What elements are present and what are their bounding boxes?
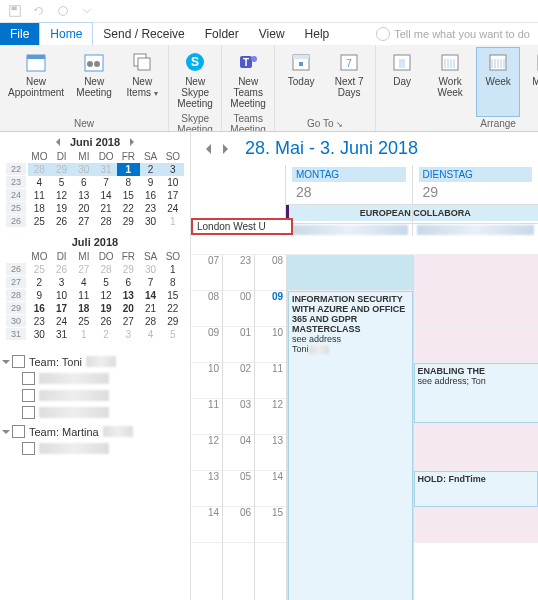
tz-col-2: 2300010203040506 (223, 255, 255, 600)
group-label: Go To ↘ (279, 117, 371, 131)
svg-rect-31 (500, 59, 502, 68)
new-items-button[interactable]: NewItems ▾ (120, 47, 164, 117)
redacted (39, 373, 109, 384)
day-header-tue[interactable]: DIENSTAG29 (412, 165, 539, 204)
ribbon-tabs: File Home Send / Receive Folder View Hel… (0, 23, 538, 45)
expand-icon (2, 360, 10, 364)
new-appointment-button[interactable]: NewAppointment (4, 47, 68, 117)
redacted (39, 443, 109, 454)
month-title: Juni 2018 (70, 136, 120, 148)
checkbox[interactable] (22, 372, 35, 385)
list-item[interactable] (4, 370, 186, 387)
allday-cell[interactable]: EUROPEAN COLLABORA (285, 205, 412, 223)
mini-calendar-table[interactable]: MODIMIDOFRSASO22282930311232345678910241… (6, 150, 184, 228)
calendar-list: Team: Toni Team: Martina (0, 345, 190, 600)
group-label: Skype Meeting (173, 112, 217, 132)
event-info-security[interactable]: INFORMATION SECURITY WITH AZURE AND OFFI… (288, 291, 413, 600)
redacted (86, 356, 116, 367)
svg-rect-30 (497, 59, 499, 68)
svg-rect-9 (138, 58, 150, 70)
new-teams-meeting-button[interactable]: TNew TeamsMeeting (226, 47, 270, 112)
tab-file[interactable]: File (0, 23, 39, 45)
next-month-icon[interactable] (130, 138, 138, 146)
date-navigator: 28. Mai - 3. Juni 2018 (191, 132, 538, 165)
team-toni-header[interactable]: Team: Toni (4, 355, 186, 368)
today-button[interactable]: Today (279, 47, 323, 117)
prev-month-icon[interactable] (52, 138, 60, 146)
svg-rect-29 (494, 59, 496, 68)
title-bar (0, 0, 538, 23)
tab-folder[interactable]: Folder (195, 23, 249, 45)
svg-rect-23 (444, 59, 446, 68)
group-new: NewAppointment NewMeeting NewItems ▾ New (0, 45, 169, 131)
group-label: New (4, 117, 164, 131)
svg-rect-26 (453, 59, 455, 68)
group-label: Arrange (380, 117, 538, 131)
expand-icon (2, 430, 10, 434)
allday-row: EUROPEAN COLLABORA (285, 204, 538, 224)
tab-send-receive[interactable]: Send / Receive (93, 23, 194, 45)
svg-point-14 (251, 56, 257, 62)
checkbox[interactable] (12, 355, 25, 368)
prev-week-icon[interactable] (201, 144, 211, 154)
tell-me-search[interactable]: Tell me what you want to do (368, 23, 538, 45)
allday-cell[interactable] (412, 205, 539, 223)
list-item[interactable] (4, 387, 186, 404)
redacted (103, 426, 133, 437)
allday-row-2 (285, 224, 538, 236)
svg-point-7 (94, 61, 100, 67)
svg-rect-32 (503, 59, 505, 68)
day-header-mon[interactable]: MONTAG28 (285, 165, 412, 204)
month-view-button[interactable]: Month (524, 47, 538, 117)
group-label: Teams Meeting (226, 112, 270, 132)
svg-rect-24 (447, 59, 449, 68)
svg-rect-21 (399, 59, 405, 68)
time-grid: 0708091011121314 2300010203040506 080910… (191, 255, 538, 600)
svg-text:7: 7 (346, 58, 352, 69)
checkbox[interactable] (22, 389, 35, 402)
work-week-button[interactable]: WorkWeek (428, 47, 472, 117)
redacted-event[interactable] (290, 225, 408, 235)
event-enabling[interactable]: ENABLING THEsee address; Ton (414, 363, 539, 423)
list-item[interactable] (4, 440, 186, 457)
mini-calendar-june: Juni 2018 MODIMIDOFRSASO2228293031123234… (0, 132, 190, 232)
day-column-tue[interactable]: ENABLING THEsee address; Ton HOLD: FndTi… (413, 255, 539, 600)
next-week-icon[interactable] (223, 144, 233, 154)
tz-col-1: 0708091011121314 (191, 255, 223, 600)
svg-point-6 (87, 61, 93, 67)
redacted-event[interactable] (417, 225, 535, 235)
checkbox[interactable] (22, 406, 35, 419)
svg-rect-1 (12, 7, 17, 11)
checkbox[interactable] (22, 442, 35, 455)
mini-calendar-table[interactable]: MODIMIDOFRSASO26252627282930127234567828… (6, 250, 184, 341)
week-view-button[interactable]: Week (476, 47, 520, 117)
group-teams: TNew TeamsMeeting Teams Meeting (222, 45, 275, 131)
undo-icon[interactable] (32, 4, 46, 18)
redacted (39, 390, 109, 401)
mini-calendar-july: Juli 2018 MODIMIDOFRSASO2625262728293012… (0, 232, 190, 345)
team-martina-header[interactable]: Team: Martina (4, 425, 186, 438)
event-hold[interactable]: HOLD: FndTime (414, 471, 539, 507)
day-view-button[interactable]: Day (380, 47, 424, 117)
customize-icon[interactable] (80, 4, 94, 18)
tab-home[interactable]: Home (39, 22, 93, 45)
save-icon[interactable] (8, 4, 22, 18)
svg-point-2 (59, 7, 68, 16)
bulb-icon (376, 27, 390, 41)
checkbox[interactable] (12, 425, 25, 438)
next7-button[interactable]: 7Next 7Days (327, 47, 371, 117)
tab-view[interactable]: View (249, 23, 295, 45)
day-column-mon[interactable]: INFORMATION SECURITY WITH AZURE AND OFFI… (287, 255, 413, 600)
svg-text:S: S (191, 55, 199, 69)
svg-rect-17 (299, 62, 303, 66)
month-title: Juli 2018 (72, 236, 118, 248)
group-arrange: Day WorkWeek Week Month ScheduView Arran… (376, 45, 538, 131)
timezone-header: London West U (191, 236, 538, 255)
sync-icon[interactable] (56, 4, 70, 18)
new-meeting-button[interactable]: NewMeeting (72, 47, 116, 117)
redacted (39, 407, 109, 418)
new-skype-meeting-button[interactable]: SNew SkypeMeeting (173, 47, 217, 112)
day-headers: MONTAG28 DIENSTAG29 (285, 165, 538, 204)
list-item[interactable] (4, 404, 186, 421)
tab-help[interactable]: Help (295, 23, 340, 45)
